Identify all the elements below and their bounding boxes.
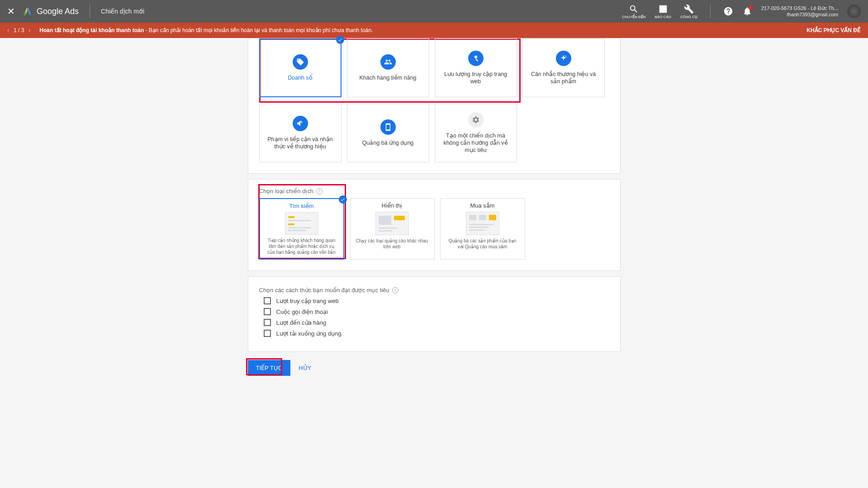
notification-dot-icon: [749, 5, 753, 10]
type-desc: Chạy các loại quảng cáo khác nhau trên w…: [356, 238, 429, 250]
alert-title: Hoàn tất hoạt động tài khoản thanh toán: [39, 27, 144, 33]
type-section-title: Chọn loại chiến dịch: [259, 188, 314, 194]
help-button[interactable]: [723, 6, 733, 16]
help-icon: [723, 6, 733, 16]
search-icon: [629, 4, 639, 14]
tools-label: CÔNG CỤ: [680, 15, 697, 19]
way-app-downloads[interactable]: Lượt tải xuống ứng dụng: [264, 330, 609, 337]
goal-leads[interactable]: Khách hàng tiềm năng: [347, 38, 429, 97]
way-store-visits[interactable]: Lượt đến cửa hàng: [264, 319, 609, 326]
goals-row-2: Phạm vi tiếp cận và nhận thức về thương …: [259, 104, 609, 162]
header-left: ✕ Google Ads Chiến dịch mới: [7, 5, 144, 18]
chevron-right-icon[interactable]: ›: [28, 27, 30, 33]
product-logo[interactable]: Google Ads: [22, 6, 79, 17]
goal-label: Quảng bá ứng dụng: [362, 139, 414, 147]
goal-ways-panel: Chọn các cách thức bạn muốn đạt được mục…: [248, 276, 621, 352]
type-title: Mua sắm: [470, 202, 494, 209]
section-label: Chọn loại chiến dịch ?: [259, 188, 609, 194]
alert-counter: 1 / 3: [14, 27, 24, 33]
continue-button[interactable]: TIẾP TỤC: [248, 360, 291, 376]
goal-brand-reach[interactable]: Phạm vi tiếp cận và nhận thức về thương …: [259, 104, 342, 162]
type-search[interactable]: Tìm kiếm Tiếp cận những khách hàng quan …: [259, 198, 344, 260]
reports-button[interactable]: BÁO CÁO: [655, 4, 671, 19]
app-header: ✕ Google Ads Chiến dịch mới CHUYỂN ĐẾN B…: [0, 0, 868, 23]
action-bar: TIẾP TỤC HỦY: [248, 360, 621, 376]
alert-fix-button[interactable]: KHẮC PHỤC VẤN ĐỀ: [806, 27, 861, 33]
goal-label: Phạm vi tiếp cận và nhận thức về thương …: [263, 136, 337, 151]
cancel-button[interactable]: HỦY: [299, 365, 311, 371]
type-title: Hiển thị: [382, 202, 403, 209]
goal-brand-consideration[interactable]: Cân nhắc thương hiệu và sản phẩm: [522, 38, 605, 97]
way-label: Cuộc gọi điện thoại: [276, 308, 328, 315]
section-label: Chọn các cách thức bạn muốn đạt được mục…: [259, 287, 609, 294]
checkbox[interactable]: [264, 308, 271, 315]
phone-icon: [380, 119, 396, 135]
alert-message: Hoàn tất hoạt động tài khoản thanh toán …: [39, 27, 373, 33]
goal-label: Cân nhắc thương hiệu và sản phẩm: [526, 71, 601, 85]
account-id: 217-020-5673 GS26 - Lê Đức Th...: [761, 5, 838, 11]
type-title: Tìm kiếm: [289, 203, 313, 209]
search-illustration-icon: [285, 212, 318, 235]
alert-detail: - Bạn cần phải hoàn tất mọi khoản tiền h…: [144, 27, 373, 33]
click-icon: [468, 51, 484, 66]
checkbox[interactable]: [264, 297, 271, 304]
type-desc: Quảng bá các sản phẩm của bạn với Quảng …: [446, 238, 519, 250]
header-right: CHUYỂN ĐẾN BÁO CÁO CÔNG CỤ 217-020-5673 …: [622, 4, 861, 19]
goal-label: Doanh số: [288, 74, 313, 81]
alert-nav: ‹ 1 / 3 ›: [7, 27, 30, 33]
tools-icon: [684, 4, 694, 14]
display-illustration-icon: [375, 212, 409, 235]
goals-row-1: Doanh số Khách hàng tiềm năng Lưu lượng …: [259, 38, 609, 97]
checkbox[interactable]: [264, 319, 271, 326]
goal-label: Tạo một chiến dịch mà không cần hướng dẫ…: [439, 132, 513, 154]
divider: [90, 5, 90, 18]
way-label: Lượt truy cập trang web: [276, 298, 339, 304]
way-label: Lượt đến cửa hàng: [276, 319, 327, 326]
sparkle-icon: [556, 51, 571, 66]
ways-section-title: Chọn các cách thức bạn muốn đạt được mục…: [259, 287, 389, 294]
notifications-button[interactable]: [742, 6, 752, 16]
alert-bar: ‹ 1 / 3 › Hoàn tất hoạt động tài khoản t…: [0, 23, 868, 38]
type-shopping[interactable]: Mua sắm Quảng bá các sản phẩm của bạn vớ…: [440, 198, 525, 260]
info-icon[interactable]: ?: [316, 188, 323, 194]
type-desc: Tiếp cận những khách hàng quan tâm đến s…: [266, 237, 338, 255]
tools-button[interactable]: CÔNG CỤ: [680, 4, 697, 19]
way-phone-calls[interactable]: Cuộc gọi điện thoại: [264, 308, 609, 315]
people-icon: [380, 54, 396, 70]
page-title: Chiến dịch mới: [101, 8, 144, 15]
close-icon[interactable]: ✕: [7, 6, 15, 17]
reports-label: BÁO CÁO: [655, 15, 671, 19]
info-icon[interactable]: ?: [392, 287, 398, 294]
goals-panel: Doanh số Khách hàng tiềm năng Lưu lượng …: [248, 38, 621, 174]
tag-icon: [293, 54, 308, 70]
megaphone-icon: [293, 116, 308, 131]
goal-app-promo[interactable]: Quảng bá ứng dụng: [347, 104, 429, 162]
search-button[interactable]: CHUYỂN ĐẾN: [622, 4, 645, 19]
divider: [710, 5, 711, 18]
way-website-visits[interactable]: Lượt truy cập trang web: [264, 297, 609, 304]
goal-label: Khách hàng tiềm năng: [359, 74, 416, 81]
account-info[interactable]: 217-020-5673 GS26 - Lê Đức Th... thanh73…: [761, 5, 838, 18]
main-content: Doanh số Khách hàng tiềm năng Lưu lượng …: [0, 38, 868, 376]
goal-no-guidance[interactable]: Tạo một chiến dịch mà không cần hướng dẫ…: [435, 104, 517, 162]
type-display[interactable]: Hiển thị Chạy các loại quảng cáo khác nh…: [350, 198, 435, 260]
campaign-type-panel: Chọn loại chiến dịch ? Tìm kiếm Tiếp cận…: [248, 179, 621, 271]
goal-traffic[interactable]: Lưu lượng truy cập trang web: [435, 38, 517, 97]
product-name: Google Ads: [37, 7, 79, 16]
avatar[interactable]: [847, 5, 861, 18]
account-email: thanh7393@gmail.com: [761, 11, 838, 18]
search-label: CHUYỂN ĐẾN: [622, 15, 645, 19]
svg-point-2: [24, 13, 26, 15]
check-icon: [336, 36, 344, 44]
type-row: Tìm kiếm Tiếp cận những khách hàng quan …: [259, 198, 609, 260]
shopping-illustration-icon: [466, 212, 499, 235]
way-label: Lượt tải xuống ứng dụng: [276, 330, 342, 337]
chevron-left-icon[interactable]: ‹: [7, 27, 9, 33]
checkbox[interactable]: [264, 330, 271, 337]
svg-marker-1: [27, 8, 31, 15]
goal-sales[interactable]: Doanh số: [259, 38, 342, 97]
gear-icon: [468, 112, 484, 128]
check-icon: [339, 195, 347, 204]
goal-label: Lưu lượng truy cập trang web: [439, 71, 513, 85]
reports-icon: [658, 4, 668, 14]
